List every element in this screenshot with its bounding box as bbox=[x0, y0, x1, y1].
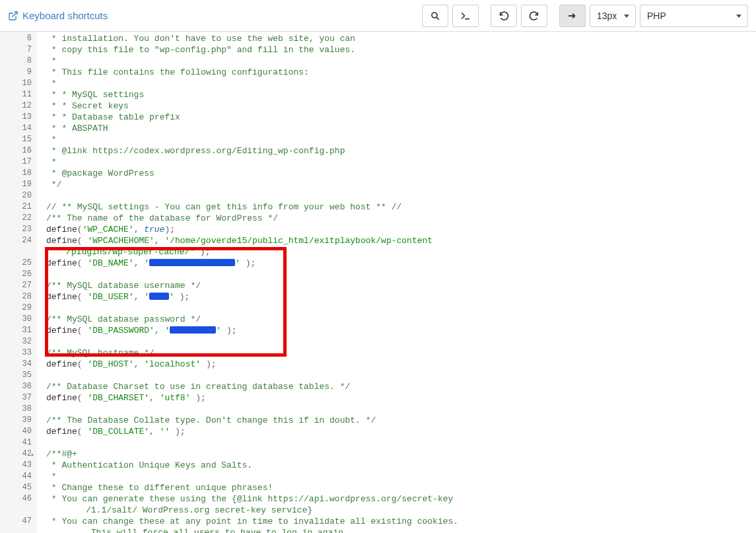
code-line[interactable]: /**#@+ bbox=[46, 448, 756, 460]
code-line[interactable] bbox=[46, 269, 756, 280]
line-number: 13 bbox=[0, 112, 37, 123]
code-editor[interactable]: 6789101112131415161718192021222324252627… bbox=[0, 32, 756, 533]
redo-icon bbox=[529, 11, 539, 21]
line-number: 31 bbox=[0, 325, 37, 336]
code-line[interactable]: * * Database table prefix bbox=[46, 112, 756, 123]
line-number: 14 bbox=[0, 123, 37, 134]
code-line[interactable]: * * ABSPATH bbox=[46, 123, 756, 134]
line-number: 12 bbox=[0, 100, 37, 112]
code-line[interactable]: define( 'DB_PASSWORD', '' ); bbox=[46, 325, 756, 336]
code-line[interactable] bbox=[46, 190, 756, 201]
line-number: 47 bbox=[0, 516, 37, 527]
code-line[interactable]: define( 'DB_CHARSET', 'utf8' ); bbox=[46, 392, 756, 404]
line-number: 43 bbox=[0, 460, 37, 471]
line-number: 29 bbox=[0, 302, 37, 314]
code-line[interactable]: * @link https://codex.wordpress.org/Edit… bbox=[46, 145, 756, 157]
redo-button[interactable] bbox=[521, 5, 547, 27]
code-line[interactable]: // ** MySQL settings - You can get this … bbox=[46, 201, 756, 213]
code-line[interactable]: define( 'DB_NAME', '' ); bbox=[46, 258, 756, 269]
code-line[interactable]: /** The Database Collate type. Don't cha… bbox=[46, 415, 756, 426]
font-size-label: 13px bbox=[597, 11, 617, 21]
line-number: 18 bbox=[0, 168, 37, 179]
line-number: 15 bbox=[0, 134, 37, 145]
wrap-toggle-button[interactable] bbox=[559, 5, 586, 27]
line-number: 22 bbox=[0, 213, 37, 224]
code-line[interactable]: * installation. You don't have to use th… bbox=[46, 33, 756, 44]
code-line[interactable]: * bbox=[46, 471, 756, 482]
line-number: 45 bbox=[0, 482, 37, 493]
line-number: 28 bbox=[0, 291, 37, 302]
undo-button[interactable] bbox=[491, 5, 517, 27]
code-line[interactable]: /** The name of the database for WordPre… bbox=[46, 213, 756, 224]
search-button[interactable] bbox=[422, 5, 448, 27]
line-number: 23 bbox=[0, 224, 37, 235]
code-line[interactable]: * Authentication Unique Keys and Salts. bbox=[46, 460, 756, 471]
search-icon bbox=[430, 11, 440, 21]
wrap-icon bbox=[567, 11, 578, 21]
line-number: 35 bbox=[0, 370, 37, 381]
code-line[interactable]: * bbox=[46, 55, 756, 67]
svg-line-2 bbox=[436, 17, 438, 19]
code-line[interactable]: * You can generate these using the {@lin… bbox=[46, 493, 756, 505]
language-label: PHP bbox=[647, 11, 666, 21]
code-line[interactable]: * @package WordPress bbox=[46, 168, 756, 179]
line-number: 44 bbox=[0, 471, 37, 482]
keyboard-shortcuts-label: Keyboard shortcuts bbox=[22, 10, 108, 21]
line-number: 9 bbox=[0, 67, 37, 78]
font-size-select[interactable]: 13px bbox=[590, 5, 636, 27]
code-line[interactable]: define( 'DB_HOST', 'localhost' ); bbox=[46, 359, 756, 370]
code-line[interactable]: * * Secret keys bbox=[46, 100, 756, 112]
external-link-icon bbox=[8, 11, 18, 21]
redacted-value bbox=[170, 326, 216, 334]
line-number: 21 bbox=[0, 201, 37, 213]
code-line[interactable]: * You can change these at any point in t… bbox=[46, 516, 756, 527]
language-select[interactable]: PHP bbox=[640, 5, 748, 27]
code-line[interactable]: * This file contains the following confi… bbox=[46, 67, 756, 78]
line-number: 41 bbox=[0, 437, 37, 448]
code-line[interactable]: /** MySQL database username */ bbox=[46, 280, 756, 291]
code-line[interactable] bbox=[46, 370, 756, 381]
line-number: 19 bbox=[0, 179, 37, 190]
code-area[interactable]: * installation. You don't have to use th… bbox=[37, 32, 756, 533]
code-line[interactable]: * bbox=[46, 157, 756, 168]
code-line[interactable]: /** MySQL database password */ bbox=[46, 314, 756, 325]
code-line[interactable]: define( 'WPCACHEHOME', '/home/goverde15/… bbox=[46, 235, 756, 246]
code-line[interactable] bbox=[46, 336, 756, 347]
code-line[interactable]: This will force all users to have to log… bbox=[46, 527, 756, 533]
code-line[interactable] bbox=[46, 404, 756, 415]
line-number: 42▾ bbox=[0, 448, 37, 460]
line-number: 27 bbox=[0, 280, 37, 291]
code-line[interactable]: /plugins/wp-super-cache/' ); bbox=[46, 246, 756, 258]
keyboard-shortcuts-link[interactable]: Keyboard shortcuts bbox=[8, 10, 108, 21]
line-number bbox=[0, 246, 37, 258]
code-line[interactable]: * copy this file to "wp-config.php" and … bbox=[46, 44, 756, 55]
code-line[interactable]: * bbox=[46, 134, 756, 145]
code-line[interactable]: /** MySQL hostname */ bbox=[46, 347, 756, 359]
code-line[interactable] bbox=[46, 302, 756, 314]
line-number: 20 bbox=[0, 190, 37, 201]
code-line[interactable] bbox=[46, 437, 756, 448]
line-number: 7 bbox=[0, 44, 37, 55]
line-number: 16 bbox=[0, 145, 37, 157]
code-line[interactable]: /** Database Charset to use in creating … bbox=[46, 381, 756, 392]
code-line[interactable]: define( 'DB_USER', '' ); bbox=[46, 291, 756, 302]
code-line[interactable]: * Change these to different unique phras… bbox=[46, 482, 756, 493]
toolbar-right: 13px PHP bbox=[422, 5, 748, 27]
code-line[interactable]: /1.1/salt/ WordPress.org secret-key serv… bbox=[46, 505, 756, 516]
code-line[interactable]: * * MySQL settings bbox=[46, 89, 756, 100]
line-number: 6 bbox=[0, 33, 37, 44]
line-number: 37 bbox=[0, 392, 37, 404]
line-gutter: 6789101112131415161718192021222324252627… bbox=[0, 32, 37, 533]
line-number: 38 bbox=[0, 404, 37, 415]
code-line[interactable]: define( 'DB_COLLATE', '' ); bbox=[46, 426, 756, 437]
code-line[interactable]: */ bbox=[46, 179, 756, 190]
line-number: 33 bbox=[0, 347, 37, 359]
code-line[interactable]: define('WP_CACHE', true); bbox=[46, 224, 756, 235]
toolbar-left: Keyboard shortcuts bbox=[8, 10, 108, 21]
terminal-button[interactable] bbox=[452, 5, 479, 27]
line-number: 46 bbox=[0, 493, 37, 505]
svg-line-0 bbox=[13, 12, 17, 17]
line-number: 11 bbox=[0, 89, 37, 100]
code-line[interactable]: * bbox=[46, 78, 756, 89]
line-number: 40 bbox=[0, 426, 37, 437]
